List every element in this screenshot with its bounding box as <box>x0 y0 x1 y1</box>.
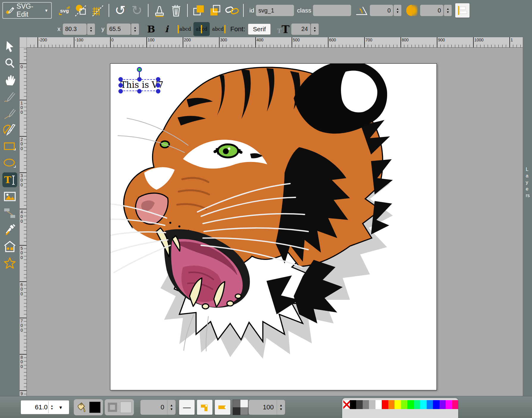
ruler-tick <box>99 45 99 47</box>
selection-handle-s[interactable] <box>137 89 142 93</box>
stroke-width-spinner[interactable]: ▲▼ <box>167 400 176 415</box>
zoom-tool[interactable] <box>2 56 17 71</box>
ruler-x-label: -200 <box>39 38 47 42</box>
text-y-input[interactable] <box>107 24 131 35</box>
ruler-tick <box>20 209 26 209</box>
path-tool[interactable] <box>2 122 17 137</box>
move-to-front-button[interactable] <box>191 3 206 18</box>
palette-swatch[interactable] <box>363 400 369 409</box>
ellipse-tool[interactable] <box>2 156 17 171</box>
zoom-input[interactable] <box>21 403 48 411</box>
palette-swatch[interactable] <box>350 400 356 409</box>
rectangle-tool[interactable] <box>2 139 17 154</box>
element-id-input[interactable] <box>256 5 294 16</box>
select-tool[interactable] <box>2 39 17 54</box>
zoom-spinner[interactable]: ▲▼ <box>48 401 55 413</box>
pan-tool[interactable] <box>2 72 17 87</box>
y-spinner[interactable]: ▲▼ <box>131 24 139 35</box>
font-size-input[interactable] <box>291 24 310 35</box>
ruler-tick <box>306 45 306 47</box>
rotate-handle[interactable] <box>137 67 142 72</box>
opacity-spinner[interactable]: ▲▼ <box>277 400 285 415</box>
selection-handle-w[interactable] <box>118 83 123 88</box>
stroke-width-input[interactable] <box>140 400 167 415</box>
clone-button[interactable] <box>152 3 167 18</box>
palette-swatch[interactable] <box>420 400 427 409</box>
palette-swatch[interactable] <box>446 400 452 409</box>
text-tool[interactable]: T <box>2 172 17 187</box>
text-x-input[interactable] <box>63 24 87 35</box>
ruler-tick <box>20 172 26 173</box>
stroke-color-swatch[interactable] <box>120 402 132 413</box>
eyedropper-tool[interactable] <box>2 222 17 237</box>
align-dropdown-button[interactable] <box>455 3 470 18</box>
palette-swatch[interactable] <box>369 400 375 409</box>
italic-button[interactable]: i <box>159 24 174 34</box>
stroke-linecap-button[interactable] <box>215 400 230 415</box>
ruler-x-label: 600 <box>329 38 336 42</box>
selection-handle-ne[interactable] <box>156 77 160 82</box>
move-to-back-button[interactable] <box>208 3 223 18</box>
x-spinner[interactable]: ▲▼ <box>87 24 95 35</box>
svg-canvas[interactable] <box>110 63 437 390</box>
palette-swatch-none[interactable] <box>343 400 350 409</box>
stroke-linestyle-button[interactable]: — <box>179 400 195 415</box>
angle-input[interactable] <box>370 5 393 16</box>
layers-panel-title[interactable]: Layers <box>526 166 530 199</box>
palette-swatch[interactable] <box>401 400 408 409</box>
palette-swatch[interactable] <box>375 400 382 409</box>
palette-swatch[interactable] <box>382 400 388 409</box>
palette-swatch[interactable] <box>433 400 439 409</box>
angle-spinner[interactable]: ▲▼ <box>394 5 401 16</box>
ruler-tick <box>157 45 158 47</box>
ruler-tick <box>361 45 361 47</box>
ruler-y-label: 600 <box>21 283 24 296</box>
text-anchor-middle-button[interactable]: abcd <box>193 22 210 36</box>
palette-swatch[interactable] <box>356 400 363 409</box>
palette-swatch[interactable] <box>452 400 459 409</box>
drawing-workspace[interactable]: -200-10001002003004005006007008009001000… <box>20 37 523 396</box>
selection-handle-nw[interactable] <box>118 77 123 82</box>
pencil-tool[interactable] <box>2 89 17 104</box>
selection-handle-n[interactable] <box>137 77 142 82</box>
palette-swatch[interactable] <box>427 400 433 409</box>
source-editor-button[interactable]: svg <box>57 3 72 18</box>
main-menu-button[interactable]: SVG-Edit ▼ <box>2 2 52 19</box>
palette-swatch[interactable] <box>414 400 420 409</box>
selection-handle-se[interactable] <box>156 89 160 93</box>
selection-handle-e[interactable] <box>156 83 160 88</box>
line-tool[interactable] <box>2 106 17 121</box>
palette-swatch[interactable] <box>439 400 446 409</box>
connector-tool[interactable] <box>2 206 17 221</box>
opacity-input[interactable] <box>249 400 277 415</box>
star-tool[interactable] <box>2 256 17 271</box>
image-tool[interactable] <box>2 189 17 204</box>
ruler-tick <box>24 394 26 394</box>
editor-preferences-button[interactable] <box>90 3 105 18</box>
stroke-linejoin-button[interactable] <box>197 400 212 415</box>
text-anchor-start-button[interactable]: abcd <box>177 22 193 36</box>
selection-handle-sw[interactable] <box>118 89 123 93</box>
fill-color-swatch[interactable] <box>89 402 101 413</box>
blur-input[interactable] <box>420 5 443 16</box>
zoom-dropdown[interactable]: ▼ <box>55 405 66 410</box>
undo-button[interactable]: ↺ <box>113 3 128 18</box>
bold-button[interactable]: B <box>143 24 159 35</box>
font-size-spinner[interactable]: ▲▼ <box>311 24 319 35</box>
font-family-button[interactable]: Serif <box>248 24 270 35</box>
ruler-tick <box>24 85 26 85</box>
shape-library-tool[interactable] <box>2 239 17 254</box>
ruler-tick <box>186 45 187 47</box>
blur-spinner[interactable]: ▲▼ <box>444 5 452 16</box>
text-anchor-end-button[interactable]: abcd <box>210 22 226 36</box>
palette-swatch[interactable] <box>395 400 401 409</box>
palette-swatch[interactable] <box>388 400 395 409</box>
document-properties-button[interactable] <box>73 3 88 18</box>
make-link-button[interactable] <box>225 3 240 18</box>
redo-button[interactable]: ↻ <box>129 3 144 18</box>
palette-swatch[interactable] <box>407 400 414 409</box>
delete-button[interactable] <box>169 3 184 18</box>
layers-panel-collapsed[interactable]: Layers <box>523 37 532 396</box>
opacity-picker[interactable] <box>233 400 248 415</box>
element-class-input[interactable] <box>313 5 351 16</box>
